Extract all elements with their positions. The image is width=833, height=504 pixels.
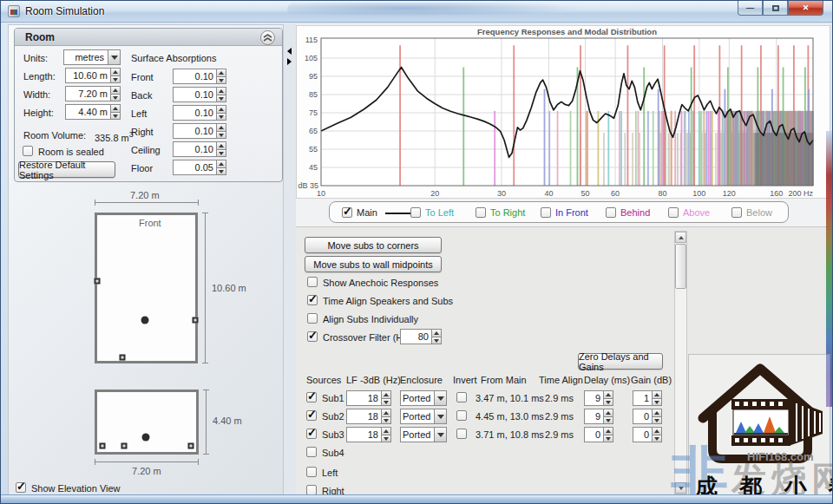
legend-checkbox-in-front[interactable] <box>541 207 551 218</box>
spin-down-button[interactable] <box>216 167 226 176</box>
checkbox-align-subs-individually[interactable] <box>307 313 318 324</box>
spin-up-button[interactable] <box>603 427 613 435</box>
combo-value[interactable]: metres <box>63 49 108 65</box>
length-spinner[interactable]: 10.60 m <box>65 68 121 83</box>
spin-up-button[interactable] <box>110 68 121 75</box>
lf-spinner-sub2[interactable]: 18 <box>346 409 391 424</box>
spin-down-button[interactable] <box>431 337 442 345</box>
legend-checkbox-below[interactable] <box>731 207 742 218</box>
spin-down-button[interactable] <box>110 112 121 121</box>
legend-checkbox-behind[interactable] <box>606 207 616 218</box>
units-select[interactable]: metres <box>63 49 121 65</box>
spin-down-button[interactable] <box>603 398 613 407</box>
spinner-value[interactable]: 80 <box>400 329 431 344</box>
invert-checkbox-sub3[interactable] <box>456 429 467 439</box>
restore-defaults-button[interactable]: Restore Default Settings <box>18 161 115 178</box>
source-checkbox-sub4[interactable] <box>306 447 317 457</box>
spinner-value[interactable]: 9 <box>584 409 603 424</box>
spinner-value[interactable]: 4.40 m <box>65 104 110 120</box>
spin-down-button[interactable] <box>216 149 226 158</box>
combo-dropdown-button[interactable] <box>434 390 447 406</box>
spinner-value[interactable]: 0 <box>584 427 603 442</box>
legend-checkbox-main[interactable] <box>342 207 352 218</box>
legend-checkbox-above[interactable] <box>668 207 679 218</box>
spinner-value[interactable]: 18 <box>346 390 381 406</box>
spin-up-button[interactable] <box>603 390 613 398</box>
combo-dropdown-button[interactable] <box>108 49 121 65</box>
speaker-marker[interactable] <box>95 278 101 285</box>
move-subs-corners-button[interactable]: Move subs to corners <box>305 237 442 253</box>
spinner-value[interactable]: 0.05 <box>173 160 216 175</box>
absorption-spinner-ceiling[interactable]: 0.10 <box>173 141 226 157</box>
collapse-left-icon[interactable] <box>287 48 292 55</box>
scrollbar-thumb[interactable] <box>675 244 686 289</box>
zero-delays-gains-button[interactable]: Zero Delays and Gains <box>578 353 663 370</box>
spin-down-button[interactable] <box>652 398 662 407</box>
combo-value[interactable]: Ported <box>400 409 434 424</box>
spin-up-button[interactable] <box>652 390 662 398</box>
controls-scrollbar[interactable] <box>674 231 687 494</box>
source-checkbox-sub1[interactable] <box>306 392 317 403</box>
spinner-value[interactable]: 18 <box>346 427 381 442</box>
absorption-spinner-back[interactable]: 0.10 <box>173 87 226 102</box>
delay-spinner-sub2[interactable]: 9 <box>584 409 613 424</box>
spin-up-button[interactable] <box>216 160 226 167</box>
spinner-value[interactable]: 0.10 <box>173 141 216 157</box>
lf-spinner-sub3[interactable]: 18 <box>346 427 391 442</box>
elevation-room-outline[interactable] <box>95 389 199 455</box>
combo-dropdown-button[interactable] <box>434 409 447 424</box>
titlebar[interactable]: Room Simulation — ✕ <box>1 1 832 23</box>
spinner-value[interactable]: 0.10 <box>173 123 216 139</box>
spin-down-button[interactable] <box>216 113 226 121</box>
spin-up-button[interactable] <box>110 86 121 94</box>
room-sealed-checkbox[interactable] <box>23 146 33 156</box>
spinner-value[interactable]: 0 <box>633 409 652 424</box>
legend-checkbox-to-left[interactable] <box>410 207 421 218</box>
spinner-value[interactable]: 10.60 m <box>65 68 110 83</box>
enclosure-select-sub2[interactable]: Ported <box>400 409 447 424</box>
expand-right-icon[interactable] <box>287 58 292 65</box>
spin-up-button[interactable] <box>381 390 391 398</box>
spinner-value[interactable]: 9 <box>584 390 603 406</box>
spin-up-button[interactable] <box>381 427 391 435</box>
spin-up-button[interactable] <box>216 87 226 95</box>
enclosure-select-sub1[interactable]: Ported <box>400 390 447 406</box>
spin-up-button[interactable] <box>652 409 662 416</box>
close-button[interactable]: ✕ <box>788 1 823 16</box>
scroll-down-button[interactable] <box>675 482 686 494</box>
invert-checkbox-sub2[interactable] <box>456 410 467 421</box>
spin-down-button[interactable] <box>603 435 613 443</box>
absorption-spinner-right[interactable]: 0.10 <box>173 123 226 139</box>
spin-up-button[interactable] <box>216 123 226 131</box>
crossover-filter-spinner[interactable]: 80 <box>400 329 442 344</box>
scroll-up-button[interactable] <box>675 232 686 243</box>
spinner-value[interactable]: 18 <box>346 409 381 424</box>
source-checkbox-sub2[interactable] <box>306 410 317 421</box>
spinner-value[interactable]: 0.10 <box>173 105 216 121</box>
spinner-value[interactable]: 1 <box>633 390 652 406</box>
height-spinner[interactable]: 4.40 m <box>65 104 121 120</box>
speaker-marker[interactable] <box>121 443 127 449</box>
spinner-value[interactable]: 0.10 <box>173 69 216 84</box>
legend-checkbox-to-right[interactable] <box>476 207 486 218</box>
gain-spinner-sub3[interactable]: 0 <box>633 427 662 442</box>
source-checkbox-left[interactable] <box>306 467 317 477</box>
spinner-value[interactable]: 7.20 m <box>65 86 110 101</box>
maximize-button[interactable] <box>763 1 788 16</box>
listener-marker[interactable] <box>141 316 149 324</box>
spin-up-button[interactable] <box>381 409 391 416</box>
absorption-spinner-floor[interactable]: 0.05 <box>173 160 226 175</box>
speaker-marker[interactable] <box>120 354 126 360</box>
spin-down-button[interactable] <box>381 398 391 407</box>
absorption-spinner-front[interactable]: 0.10 <box>173 69 226 84</box>
plan-room-outline[interactable] <box>95 213 198 363</box>
spin-down-button[interactable] <box>216 131 226 140</box>
gain-spinner-sub1[interactable]: 1 <box>633 390 662 406</box>
delay-spinner-sub1[interactable]: 9 <box>584 390 613 406</box>
invert-checkbox-sub1[interactable] <box>456 392 467 403</box>
spin-up-button[interactable] <box>216 105 226 113</box>
show-elevation-checkbox[interactable] <box>16 482 26 493</box>
spinner-value[interactable]: 0.10 <box>173 87 216 102</box>
listener-marker[interactable] <box>141 433 149 441</box>
minimize-button[interactable]: — <box>738 1 763 16</box>
